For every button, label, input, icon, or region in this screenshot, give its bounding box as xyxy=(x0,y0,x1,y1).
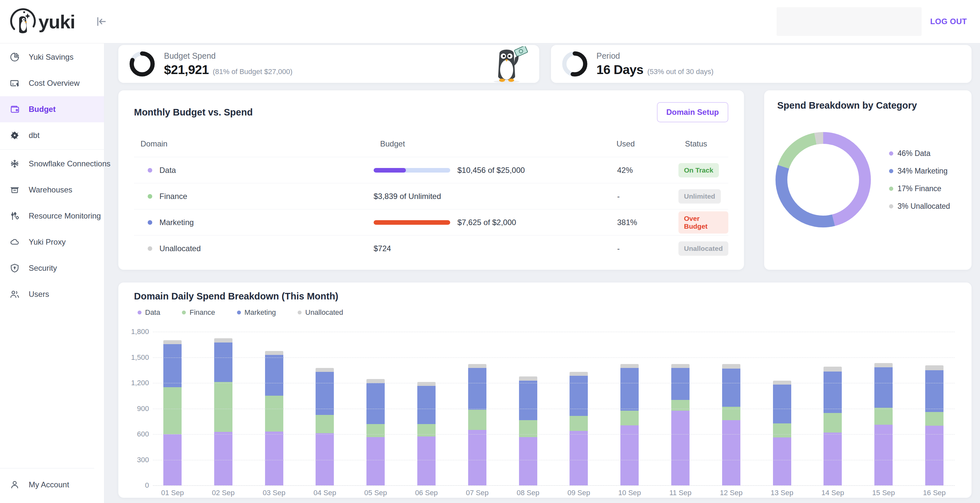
pie-chart-icon xyxy=(9,51,20,62)
x-tick-label: 03 Sep xyxy=(265,489,283,497)
legend-label: 3% Unallocated xyxy=(897,202,950,211)
bar-01-sep xyxy=(163,340,181,485)
legend-label: 34% Marketing xyxy=(897,167,947,176)
sidebar-item-snowflake-connections[interactable]: Snowflake Connections xyxy=(0,151,104,177)
bar-segment-marketing xyxy=(773,385,791,423)
sidebar-item-cost-overview[interactable]: Cost Overview xyxy=(0,70,104,96)
period-value: 16 Days xyxy=(597,62,644,77)
sidebar-item-security[interactable]: Security xyxy=(0,255,104,281)
bar-segment-data xyxy=(214,432,232,485)
budget-cell: $10,456 of $25,000 xyxy=(374,166,610,175)
status-badge: Unlimited xyxy=(678,189,721,204)
legend-label: Unallocated xyxy=(305,308,343,317)
bar-16-sep xyxy=(925,365,943,485)
bar-legend-unallocated[interactable]: Unallocated xyxy=(294,308,343,317)
domain-color-dot xyxy=(148,220,152,225)
budget-spend-label: Budget Spend xyxy=(164,51,293,61)
bar-segment-marketing xyxy=(265,355,283,396)
legend-dot xyxy=(889,169,893,173)
domain-setup-button[interactable]: Domain Setup xyxy=(657,102,728,122)
bar-segment-data xyxy=(824,433,842,485)
legend-dot xyxy=(889,151,893,156)
logout-button[interactable]: LOG OUT xyxy=(930,17,967,26)
status-badge: Unallocated xyxy=(678,241,728,256)
donut-legend-marketing[interactable]: 34% Marketing xyxy=(885,167,950,176)
bar-segment-unallocated xyxy=(671,364,689,368)
x-tick-label: 15 Sep xyxy=(874,489,892,497)
gridline xyxy=(153,460,955,460)
sidebar-collapse-button[interactable] xyxy=(95,15,108,29)
domain-cell: Unallocated xyxy=(134,244,374,253)
monthly-budget-title: Monthly Budget vs. Spend xyxy=(134,107,253,118)
bar-03-sep xyxy=(265,351,283,485)
bar-segment-finance xyxy=(570,416,588,431)
dbt-icon xyxy=(9,130,20,141)
sidebar: Yuki Savings Cost Overview Budget dbt Sn… xyxy=(0,43,104,503)
sidebar-item-my-account[interactable]: My Account xyxy=(0,472,104,498)
budget-spend-value: $21,921 xyxy=(164,62,208,77)
sliders-icon xyxy=(9,211,20,222)
bar-segment-finance xyxy=(163,387,181,434)
sidebar-item-label: Resource Monitoring xyxy=(29,211,101,220)
bar-segment-marketing xyxy=(214,343,232,382)
donut-legend-data[interactable]: 46% Data xyxy=(885,149,950,158)
sidebar-item-resource-monitoring[interactable]: Resource Monitoring xyxy=(0,203,104,229)
spend-breakdown-title: Spend Breakdown by Category xyxy=(777,100,958,111)
budget-progress-bar xyxy=(374,220,450,225)
used-cell: 381% xyxy=(610,218,678,227)
y-tick-label: 1,800 xyxy=(131,327,149,336)
bar-13-sep xyxy=(773,381,791,485)
donut-legend-unallocated[interactable]: 3% Unallocated xyxy=(885,202,950,211)
bar-segment-data xyxy=(925,426,943,485)
warehouse-icon xyxy=(9,184,20,195)
yuki-logo-penguin-icon xyxy=(10,6,40,37)
bar-segment-finance xyxy=(925,412,943,426)
bar-segment-marketing xyxy=(671,368,689,400)
status-badge: Over Budget xyxy=(678,211,728,233)
bar-segment-data xyxy=(519,437,537,485)
bar-legend-finance[interactable]: Finance xyxy=(178,308,215,317)
domain-name: Data xyxy=(159,166,176,175)
category-donut-chart xyxy=(773,130,873,230)
yuki-logo[interactable]: yuki xyxy=(10,6,75,37)
domain-cell: Data xyxy=(134,166,374,175)
table-row-unallocated: Unallocated $724 - Unallocated xyxy=(134,235,728,261)
sidebar-item-dbt[interactable]: dbt xyxy=(0,122,104,149)
sidebar-item-label: dbt xyxy=(29,131,40,140)
budget-table-header: Domain Budget Used Status xyxy=(134,133,728,157)
gridline xyxy=(153,485,955,486)
bar-segment-finance xyxy=(773,423,791,438)
bar-segment-marketing xyxy=(570,376,588,416)
budget-text: $7,625 of $2,000 xyxy=(457,218,516,227)
bar-09-sep xyxy=(570,372,588,485)
x-tick-label: 12 Sep xyxy=(722,489,740,497)
bar-segment-data xyxy=(773,438,791,485)
sidebar-item-yuki-savings[interactable]: Yuki Savings xyxy=(0,44,104,70)
bar-segment-data xyxy=(265,431,283,485)
bar-segment-marketing xyxy=(620,368,639,411)
donut-legend-finance[interactable]: 17% Finance xyxy=(885,184,950,193)
bar-segment-unallocated xyxy=(874,363,892,367)
y-tick-label: 900 xyxy=(137,404,149,413)
bar-legend-data[interactable]: Data xyxy=(134,308,160,317)
bar-segment-finance xyxy=(366,424,385,438)
sidebar-item-budget[interactable]: Budget xyxy=(0,96,104,122)
sidebar-item-warehouses[interactable]: Warehouses xyxy=(0,177,104,203)
sidebar-item-users[interactable]: Users xyxy=(0,281,104,307)
budget-spend-progress-ring xyxy=(129,51,155,77)
domain-cell: Finance xyxy=(134,192,374,201)
column-header-budget: Budget xyxy=(374,139,610,149)
bar-segment-finance xyxy=(468,410,487,430)
cloud-icon xyxy=(9,236,20,248)
sidebar-item-yuki-proxy[interactable]: Yuki Proxy xyxy=(0,229,104,255)
bar-segment-marketing xyxy=(722,369,740,407)
bar-segment-unallocated xyxy=(265,351,283,355)
bar-segment-finance xyxy=(874,408,892,425)
bar-legend-marketing[interactable]: Marketing xyxy=(234,308,276,317)
legend-dot xyxy=(889,204,893,208)
bar-segment-data xyxy=(722,420,740,485)
bar-segment-finance xyxy=(316,415,334,433)
sidebar-item-label: Security xyxy=(29,263,57,273)
daily-spend-card: Domain Daily Spend Breakdown (This Month… xyxy=(118,283,972,498)
x-tick-label: 16 Sep xyxy=(925,489,943,497)
